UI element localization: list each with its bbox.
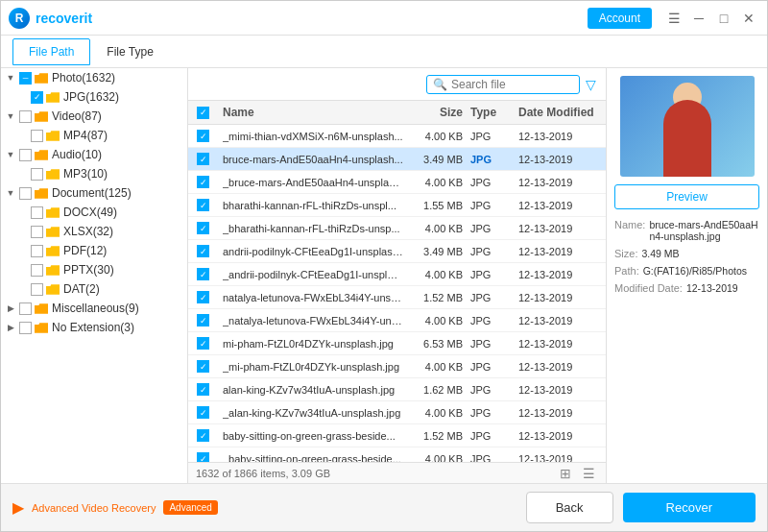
tab-file-type[interactable]: File Type [90, 38, 169, 65]
file-date-cell: 12-13-2019 [518, 453, 600, 463]
table-row[interactable]: ✓_bruce-mars-AndE50aaHn4-unsplash...4.00… [188, 171, 606, 194]
menu-button[interactable]: ☰ [663, 8, 684, 29]
sidebar-item-xlsx[interactable]: XLSX(32) [1, 222, 187, 241]
row-checkbox[interactable]: ✓ [197, 383, 209, 396]
table-row[interactable]: ✓natalya-letunova-FWxEbL34i4Y-unsp...1.5… [188, 286, 606, 309]
preview-button[interactable]: Preview [614, 184, 759, 209]
grid-view-icon[interactable]: ⊞ [556, 464, 575, 483]
sidebar-item-mp4[interactable]: MP4(87) [1, 126, 187, 145]
row-checkbox[interactable]: ✓ [197, 176, 209, 188]
sidebar-item-pdf[interactable]: PDF(12) [1, 241, 187, 260]
row-checkbox[interactable]: ✓ [197, 360, 209, 373]
sidebar-label-document: Document(125) [52, 186, 132, 200]
row-checkbox[interactable]: ✓ [197, 153, 209, 165]
sidebar-item-mp3[interactable]: MP3(10) [1, 164, 187, 183]
sidebar-label-dat: DAT(2) [63, 282, 100, 296]
filter-icon[interactable]: ▽ [584, 75, 598, 94]
checkbox-noext[interactable] [19, 322, 32, 334]
folder-icon-jpg [46, 92, 60, 103]
checkbox-mp4[interactable] [31, 130, 43, 142]
table-row[interactable]: ✓_andrii-podilnyk-CFtEeaDg1I-unsplan...4… [188, 263, 606, 286]
preview-path-label: Path: [614, 265, 639, 277]
account-button[interactable]: Account [588, 8, 652, 29]
table-row[interactable]: ✓alan-king-KZv7w34tIuA-unsplash.jpg1.62 … [188, 378, 606, 401]
row-checkbox[interactable]: ✓ [197, 337, 209, 350]
checkbox-pptx[interactable] [31, 264, 43, 277]
row-checkbox[interactable]: ✓ [197, 199, 209, 211]
maximize-button[interactable]: □ [713, 8, 734, 29]
sidebar-item-jpg[interactable]: ✓ JPG(1632) [1, 87, 187, 107]
row-checkbox[interactable]: ✓ [197, 130, 209, 142]
table-row[interactable]: ✓_baby-sitting-on-green-grass-beside...4… [188, 447, 606, 462]
file-type-cell: JPG [470, 361, 518, 373]
title-bar: R recoverit Account ☰ ─ □ ✕ [1, 1, 767, 36]
checkbox-docx[interactable] [31, 206, 43, 219]
row-checkbox[interactable]: ✓ [197, 222, 209, 234]
table-row[interactable]: ✓_bharathi-kannan-rFL-thiRzDs-unsp...4.0… [188, 217, 606, 240]
checkbox-video[interactable] [19, 110, 32, 123]
table-row[interactable]: ✓_natalya-letunova-FWxEbL34i4Y-uns...4.0… [188, 309, 606, 332]
checkbox-pdf[interactable] [31, 245, 43, 257]
minimize-button[interactable]: ─ [688, 8, 709, 29]
row-checkbox[interactable]: ✓ [197, 268, 209, 280]
folder-icon-document [35, 188, 48, 199]
preview-path-value: G:(FAT16)/Ri85/Photos [643, 265, 747, 277]
expand-icon-pptx [16, 264, 28, 276]
table-row[interactable]: ✓_alan-king-KZv7w34tIuA-unsplash.jpg4.00… [188, 401, 606, 424]
row-checkbox[interactable]: ✓ [197, 452, 209, 462]
sidebar-item-misc[interactable]: ▶ Miscellaneous(9) [1, 299, 187, 318]
sidebar-item-docx[interactable]: DOCX(49) [1, 203, 187, 222]
table-row[interactable]: ✓andrii-podilnyk-CFtEeaDg1I-unsplash...3… [188, 240, 606, 263]
close-button[interactable]: ✕ [738, 8, 759, 29]
sidebar-item-pptx[interactable]: PPTX(30) [1, 260, 187, 279]
file-size-cell: 1.52 MB [403, 292, 470, 303]
sidebar-item-noext[interactable]: ▶ No Extension(3) [1, 318, 187, 337]
table-row[interactable]: ✓bruce-mars-AndE50aaHn4-unsplash...3.49 … [188, 148, 606, 171]
file-type-cell: JPG [470, 407, 518, 419]
checkbox-photo[interactable]: ─ [19, 72, 32, 85]
list-view-icon[interactable]: ☰ [579, 464, 598, 483]
file-name-cell: _mi-pham-FtZL0r4DZYk-unsplash.jpg [223, 361, 403, 373]
table-row[interactable]: ✓_mimi-thian-vdXMSiX-n6M-unsplash...4.00… [188, 125, 606, 148]
table-row[interactable]: ✓mi-pham-FtZL0r4DZYk-unsplash.jpg6.53 MB… [188, 332, 606, 355]
file-date-cell: 12-13-2019 [518, 246, 600, 257]
expand-icon-misc: ▶ [5, 302, 16, 314]
checkbox-mp3[interactable] [31, 168, 43, 181]
row-checkbox[interactable]: ✓ [197, 429, 209, 442]
sidebar-label-xlsx: XLSX(32) [63, 225, 113, 238]
row-checkbox[interactable]: ✓ [197, 406, 209, 419]
row-checkbox[interactable]: ✓ [197, 314, 209, 326]
row-checkbox[interactable]: ✓ [197, 245, 209, 257]
checkbox-document[interactable] [19, 187, 32, 200]
table-row[interactable]: ✓bharathi-kannan-rFL-thiRzDs-unspl...1.5… [188, 194, 606, 217]
file-type-cell: JPG [470, 154, 518, 165]
right-area: 🔍 ▽ ✓ Name Size Type Date Modified [188, 68, 767, 483]
app-logo-icon: R [9, 8, 30, 29]
table-row[interactable]: ✓baby-sitting-on-green-grass-beside...1.… [188, 424, 606, 447]
file-size-cell: 4.00 KB [403, 131, 470, 142]
sidebar-item-audio[interactable]: ▼ Audio(10) [1, 145, 187, 164]
checkbox-dat[interactable] [31, 283, 43, 296]
recover-button[interactable]: Recover [623, 493, 756, 522]
checkbox-audio[interactable] [19, 149, 32, 161]
table-row[interactable]: ✓_mi-pham-FtZL0r4DZYk-unsplash.jpg4.00 K… [188, 355, 606, 378]
search-input[interactable] [451, 78, 573, 91]
header-checkbox[interactable]: ✓ [197, 107, 209, 119]
tab-file-path[interactable]: File Path [12, 38, 90, 65]
row-checkbox[interactable]: ✓ [197, 291, 209, 303]
preview-name-label: Name: [614, 219, 645, 242]
preview-path-row: Path: G:(FAT16)/Ri85/Photos [614, 265, 759, 277]
sidebar-item-document[interactable]: ▼ Document(125) [1, 183, 187, 203]
back-button[interactable]: Back [526, 492, 613, 523]
logo-area: R recoverit [9, 8, 588, 29]
file-name-cell: _mimi-thian-vdXMSiX-n6M-unsplash... [223, 131, 403, 142]
checkbox-xlsx[interactable] [31, 226, 43, 238]
advanced-video-button[interactable]: ▶ Advanced Video Recovery Advanced [12, 498, 218, 517]
checkbox-jpg[interactable]: ✓ [31, 91, 43, 104]
sidebar-item-dat[interactable]: DAT(2) [1, 279, 187, 299]
checkbox-misc[interactable] [19, 302, 32, 315]
file-list: ✓_mimi-thian-vdXMSiX-n6M-unsplash...4.00… [188, 125, 606, 462]
row-checkbox-wrapper: ✓ [194, 452, 223, 462]
sidebar-item-video[interactable]: ▼ Video(87) [1, 107, 187, 126]
sidebar-item-photo[interactable]: ▼ ─ Photo(1632) [1, 68, 187, 87]
